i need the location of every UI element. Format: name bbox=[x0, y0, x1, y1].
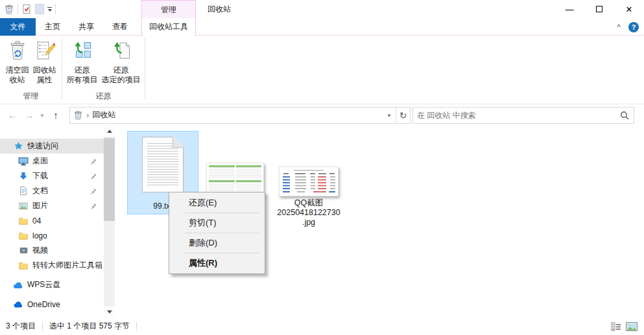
details-view-icon[interactable] bbox=[611, 322, 621, 331]
sidebar-scrollbar[interactable] bbox=[104, 126, 115, 318]
recycle-bin-small-icon bbox=[73, 110, 83, 120]
collapse-ribbon-icon[interactable]: ^ bbox=[617, 23, 621, 32]
customize-toolbar-dropdown-icon[interactable] bbox=[47, 7, 52, 12]
ribbon-group-label: 还原 bbox=[62, 91, 145, 102]
file-tile-qq-screenshot[interactable] bbox=[279, 167, 339, 196]
tab-home[interactable]: 主页 bbox=[36, 18, 69, 36]
main-area: 快速访问 桌面 下载 文档 bbox=[0, 126, 644, 318]
ribbon-group-manage: 清空回收站 回收站属性 管理 bbox=[0, 36, 62, 104]
help-icon[interactable]: ? bbox=[628, 22, 639, 32]
onedrive-cloud-icon bbox=[13, 301, 23, 308]
breadcrumb-location[interactable]: 回收站 bbox=[92, 110, 115, 121]
minimize-button[interactable]: — bbox=[555, 0, 584, 18]
sidebar-item-onedrive[interactable]: OneDrive bbox=[0, 297, 104, 312]
items-count: 3 个项目 bbox=[6, 321, 36, 332]
close-button[interactable]: ✕ bbox=[614, 0, 644, 18]
restore-selected-icon bbox=[111, 40, 132, 65]
refresh-icon[interactable]: ↻ bbox=[396, 108, 410, 123]
menu-item-properties[interactable]: 属性(R) bbox=[169, 253, 265, 273]
sidebar-item-downloads[interactable]: 下载 bbox=[0, 168, 104, 183]
restore-all-icon bbox=[72, 40, 93, 65]
menu-item-restore[interactable]: 还原(E) bbox=[169, 193, 265, 213]
toolbar-separator bbox=[18, 4, 18, 14]
recycle-bin-icon[interactable] bbox=[4, 4, 14, 14]
scrollbar-thumb[interactable] bbox=[104, 138, 115, 221]
window-controls: — ✕ bbox=[555, 0, 644, 18]
search-box bbox=[412, 107, 634, 124]
sidebar-item-pictures[interactable]: 图片 bbox=[0, 198, 104, 213]
folder-icon bbox=[18, 231, 29, 240]
tab-recycle-bin-tools[interactable]: 回收站工具 bbox=[141, 18, 196, 36]
back-button[interactable]: ← bbox=[4, 110, 21, 121]
title-bar: 管理 回收站 — ✕ bbox=[0, 0, 644, 18]
sidebar-item-documents[interactable]: 文档 bbox=[0, 183, 104, 198]
recycle-bin-properties-button[interactable]: 回收站属性 bbox=[31, 39, 58, 86]
sidebar-item-logo[interactable]: logo bbox=[0, 228, 104, 243]
properties-check-icon[interactable] bbox=[21, 4, 32, 14]
search-icon[interactable] bbox=[620, 111, 634, 120]
folder-icon bbox=[18, 261, 29, 270]
ribbon: 清空回收站 回收站属性 管理 还原所有项目 bbox=[0, 36, 644, 104]
ribbon-tab-row: 文件 主页 共享 查看 回收站工具 ^ ? bbox=[0, 18, 644, 36]
forward-button[interactable]: → bbox=[21, 110, 38, 121]
table-thumbnail-image bbox=[281, 168, 337, 194]
sidebar-item-quick-access[interactable]: 快速访问 bbox=[0, 139, 104, 154]
breadcrumb-chevron-icon: › bbox=[86, 110, 89, 120]
file-name[interactable]: QQ截图 20250418122730 .jpg bbox=[266, 198, 352, 227]
maximize-button[interactable] bbox=[584, 0, 614, 18]
navigation-pane: 快速访问 桌面 下载 文档 bbox=[0, 126, 104, 318]
restore-selected-items-button[interactable]: 还原选定的项目 bbox=[100, 39, 143, 86]
sidebar-item-desktop[interactable]: 桌面 bbox=[0, 154, 104, 168]
toolbar-separator bbox=[55, 4, 56, 14]
menu-item-cut[interactable]: 剪切(T) bbox=[169, 213, 265, 233]
sidebar-item-zhuanzhuan-toolbox[interactable]: 转转大师图片工具箱 bbox=[0, 258, 104, 273]
pin-icon[interactable] bbox=[90, 172, 97, 179]
forward-icon: → bbox=[25, 110, 34, 121]
scroll-up-icon[interactable] bbox=[104, 126, 115, 137]
menu-item-delete[interactable]: 删除(D) bbox=[169, 233, 265, 253]
document-icon bbox=[18, 186, 29, 196]
restore-all-items-button[interactable]: 还原所有项目 bbox=[65, 39, 100, 86]
address-bar[interactable]: › 回收站 ▾ ↻ bbox=[69, 107, 411, 124]
sidebar-item-04[interactable]: 04 bbox=[0, 213, 104, 228]
up-button[interactable]: ↑ bbox=[47, 110, 65, 121]
desktop-icon bbox=[18, 156, 29, 167]
pin-icon[interactable] bbox=[90, 202, 97, 209]
quick-access-star-icon bbox=[13, 141, 23, 151]
quick-access-toolbar bbox=[4, 0, 56, 18]
tab-file[interactable]: 文件 bbox=[0, 18, 36, 36]
search-input[interactable] bbox=[413, 111, 620, 120]
download-arrow-icon bbox=[18, 172, 29, 181]
recent-locations-dropdown[interactable]: ▾ bbox=[38, 112, 47, 119]
sidebar-item-wps-cloud[interactable]: WPS云盘 bbox=[0, 277, 104, 292]
back-icon: ← bbox=[8, 110, 18, 121]
thumbnail-view-icon[interactable] bbox=[626, 322, 638, 331]
status-bar: 3 个项目 选中 1 个项目 575 字节 bbox=[0, 318, 644, 335]
chevron-down-icon: ▾ bbox=[41, 112, 44, 119]
ribbon-group-label: 管理 bbox=[0, 91, 62, 102]
selection-info: 选中 1 个项目 575 字节 bbox=[49, 321, 130, 332]
status-separator bbox=[42, 322, 43, 331]
tab-share[interactable]: 共享 bbox=[69, 18, 103, 36]
file-list-area[interactable]: 99.txt bbox=[115, 126, 644, 318]
address-dropdown-icon[interactable]: ▾ bbox=[383, 112, 396, 119]
tab-view[interactable]: 查看 bbox=[103, 18, 137, 36]
close-icon: ✕ bbox=[626, 5, 633, 14]
minimize-icon: — bbox=[566, 5, 574, 14]
empty-recycle-bin-button[interactable]: 清空回收站 bbox=[4, 39, 31, 86]
window-title: 回收站 bbox=[208, 0, 231, 18]
blank-toolbar-icon[interactable] bbox=[35, 4, 44, 14]
context-menu: 还原(E) 剪切(T) 删除(D) 属性(R) bbox=[169, 192, 265, 274]
pin-icon[interactable] bbox=[90, 187, 97, 194]
folder-icon bbox=[18, 216, 29, 225]
pin-icon[interactable] bbox=[90, 157, 97, 165]
recycle-bin-large-icon bbox=[7, 40, 28, 65]
scroll-down-icon[interactable] bbox=[104, 306, 115, 318]
video-icon bbox=[18, 246, 29, 255]
text-file-icon bbox=[142, 137, 184, 192]
pictures-icon bbox=[18, 202, 29, 211]
wps-cloud-icon bbox=[13, 281, 23, 289]
sidebar-item-videos[interactable]: 视频 bbox=[0, 243, 104, 258]
explorer-window: 管理 回收站 — ✕ 文件 主页 共享 查看 回收站工具 ^ ? bbox=[0, 0, 644, 335]
button-label: 清空回 bbox=[6, 65, 29, 75]
